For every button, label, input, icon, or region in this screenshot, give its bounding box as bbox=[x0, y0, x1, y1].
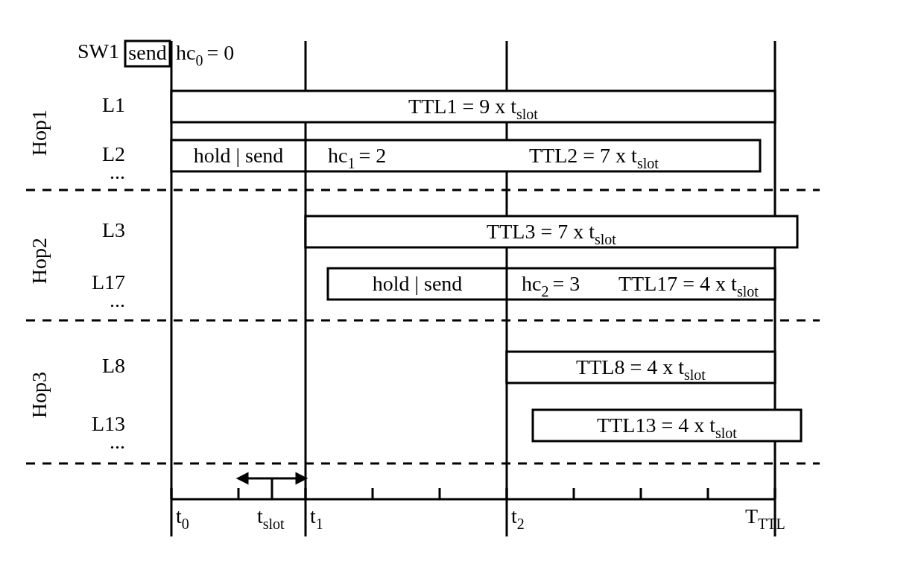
timing-diagram: SW1 send hc0 = 0 Hop1 L1 TTL1 = 9 x tslo… bbox=[0, 0, 924, 570]
dots-1: ... bbox=[110, 160, 125, 183]
tslot-label: tslot bbox=[257, 504, 285, 532]
l8-label: L8 bbox=[102, 354, 125, 377]
t0-label: t0 bbox=[176, 504, 189, 532]
sw1-label: SW1 bbox=[77, 39, 119, 63]
l3-label: L3 bbox=[102, 218, 125, 241]
t2-label: t2 bbox=[511, 504, 525, 532]
t1-label: t1 bbox=[310, 504, 323, 532]
time-ticks bbox=[171, 488, 775, 499]
dots-2: ... bbox=[110, 288, 125, 311]
l1-label: L1 bbox=[102, 93, 125, 116]
svg-marker-15 bbox=[238, 474, 247, 483]
l2-holdsend: hold | send bbox=[194, 144, 284, 167]
tslot-arrow bbox=[238, 474, 306, 499]
hop1-label: Hop1 bbox=[28, 110, 51, 156]
l17-holdsend: hold | send bbox=[373, 272, 463, 295]
hop3-label: Hop3 bbox=[28, 372, 51, 418]
Tttl-label: TTTL bbox=[745, 504, 785, 532]
dots-3: ... bbox=[110, 430, 125, 453]
svg-marker-16 bbox=[297, 474, 306, 483]
send-label-sw1: send bbox=[128, 41, 166, 64]
hc0-label: hc0 = 0 bbox=[176, 41, 234, 69]
hop2-label: Hop2 bbox=[28, 238, 51, 284]
